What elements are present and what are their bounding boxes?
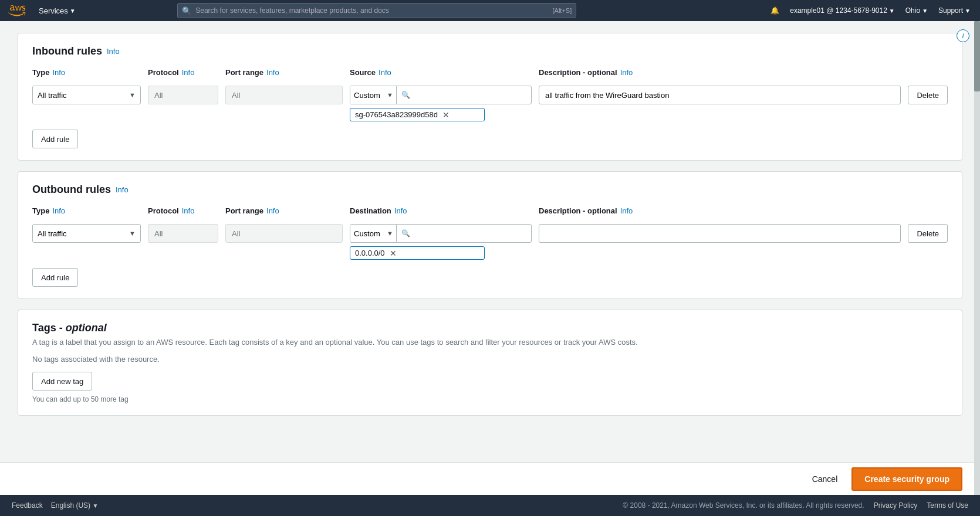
inbound-portrange-field: All [225,86,343,104]
inbound-add-rule-button[interactable]: Add rule [32,130,78,148]
inbound-rules-info-link[interactable]: Info [107,47,120,56]
outbound-destination-row: Custom ▼ 🔍 [350,224,532,243]
inbound-source-row: Custom ▼ 🔍 [350,86,532,104]
outbound-rules-title: Outbound rules Info [32,184,948,196]
type-select-arrow-icon: ▼ [124,91,140,99]
inbound-portrange-input: All [225,86,343,104]
outbound-description-info[interactable]: Info [620,206,633,215]
inbound-type-info[interactable]: Info [52,68,65,77]
inbound-source-tag: sg-076543a823999d58d ✕ [350,108,485,121]
scrollbar[interactable] [974,21,980,495]
region-chevron-icon: ▼ [922,8,928,14]
create-security-group-button[interactable]: Create security group [851,467,962,491]
dest-select-arrow-icon: ▼ [384,230,396,237]
scrollbar-thumb[interactable] [974,21,980,91]
search-bar: 🔍 [Alt+S] [177,3,576,18]
outbound-delete-button[interactable]: Delete [908,224,948,243]
outbound-rule-row-1: All traffic ▼ All All [32,224,948,260]
outbound-protocol-input: All [148,224,218,243]
outbound-rules-section: Outbound rules Info Type Info Protocol I… [18,171,962,299]
outbound-description-input[interactable] [539,224,901,243]
inbound-type-field: All traffic ▼ [32,86,141,104]
outbound-portrange-input: All [225,224,343,243]
no-tags-text: No tags associated with the resource. [32,355,948,364]
inbound-source-info[interactable]: Info [379,68,391,77]
top-navigation: Services ▼ 🔍 [Alt+S] 🔔 example01 @ 1234-… [0,0,980,21]
inbound-source-tag-remove[interactable]: ✕ [442,111,450,119]
inbound-protocol-input: All [148,86,218,104]
region-menu[interactable]: Ohio ▼ [903,5,930,16]
tags-title: Tags - optional [32,322,948,334]
outbound-rules-info-link[interactable]: Info [116,185,129,194]
support-chevron-icon: ▼ [965,8,971,14]
outbound-protocol-info[interactable]: Info [182,206,195,215]
inbound-portrange-info[interactable]: Info [266,68,279,77]
source-select-arrow-icon: ▼ [384,91,396,99]
inbound-source-search-wrap: 🔍 [396,86,532,104]
services-chevron-icon: ▼ [70,8,76,14]
inbound-delete-button[interactable]: Delete [908,86,948,104]
inbound-protocol-info[interactable]: Info [182,68,195,77]
search-shortcut: [Alt+S] [553,7,572,14]
inbound-rule-values: All traffic ▼ All All [32,86,948,121]
inbound-source-search-input[interactable] [413,91,526,100]
outbound-destination-field: Custom ▼ 🔍 0.0.0.0/0 ✕ [350,224,532,260]
tags-subtitle: A tag is a label that you assign to an A… [32,338,948,347]
tag-limit-text: You can add up to 50 more tag [32,395,948,403]
outbound-type-info[interactable]: Info [52,206,65,215]
outbound-add-rule-button[interactable]: Add rule [32,268,78,287]
tags-section: Tags - optional A tag is a label that yo… [18,310,962,416]
inbound-type-select-wrap[interactable]: All traffic ▼ [32,86,141,104]
outbound-type-select[interactable]: All traffic [33,225,124,242]
dest-search-icon: 🔍 [401,229,410,237]
outbound-dest-tag-remove[interactable]: ✕ [390,249,397,257]
nav-right-area: 🔔 example01 @ 1234-5678-9012 ▼ Ohio ▼ Su… [768,5,973,16]
outbound-type-arrow-icon: ▼ [124,230,140,237]
outbound-delete-btn-wrap: Delete [908,224,948,243]
inbound-description-info[interactable]: Info [620,68,633,77]
search-input[interactable] [177,3,576,18]
inbound-description-field [539,86,901,104]
inbound-rules-header: Type Info Protocol Info Port range Info … [32,68,948,80]
outbound-destination-info[interactable]: Info [394,206,407,215]
inbound-rules-title: Inbound rules Info [32,45,948,57]
inbound-source-select[interactable]: Custom [350,86,384,104]
nav-icon-notifications[interactable]: 🔔 [768,5,782,16]
inbound-type-select[interactable]: All traffic [33,86,124,104]
outbound-rule-values: All traffic ▼ All All [32,224,948,260]
inbound-description-input[interactable] [539,86,901,104]
add-tag-button[interactable]: Add new tag [32,372,92,391]
outbound-portrange-field: All [225,224,343,243]
search-icon: 🔍 [182,6,191,15]
outbound-portrange-info[interactable]: Info [266,206,279,215]
outbound-type-select-wrap[interactable]: All traffic ▼ [32,224,141,243]
inbound-protocol-field: All [148,86,218,104]
inbound-source-dropdown-wrap[interactable]: Custom ▼ [350,86,396,104]
inbound-source-field: Custom ▼ 🔍 sg-076543a823999d58d ✕ [350,86,532,121]
inbound-rule-row-1: All traffic ▼ All All [32,86,948,121]
services-menu-button[interactable]: Services ▼ [35,4,79,18]
help-circle-icon[interactable]: i [957,29,969,42]
outbound-description-field [539,224,901,243]
outbound-dest-tag: 0.0.0.0/0 ✕ [350,246,485,260]
account-chevron-icon: ▼ [889,8,895,14]
outbound-dest-dropdown-wrap[interactable]: Custom ▼ [350,224,396,243]
outbound-rules-header: Type Info Protocol Info Port range Info … [32,206,948,218]
outbound-protocol-field: All [148,224,218,243]
aws-logo[interactable] [7,4,31,18]
main-content: Inbound rules Info Type Info Protocol In… [0,21,980,495]
cancel-button[interactable]: Cancel [805,471,845,487]
outbound-dest-select[interactable]: Custom [350,225,384,242]
source-search-icon: 🔍 [401,91,410,99]
outbound-type-field: All traffic ▼ [32,224,141,243]
support-menu[interactable]: Support ▼ [936,5,973,16]
outbound-dest-search-wrap: 🔍 [396,224,532,243]
inbound-rules-section: Inbound rules Info Type Info Protocol In… [18,33,962,161]
account-menu[interactable]: example01 @ 1234-5678-9012 ▼ [788,5,897,16]
outbound-dest-search-input[interactable] [413,229,526,238]
action-bar: Cancel Create security group [0,462,980,495]
inbound-delete-btn-wrap: Delete [908,86,948,104]
